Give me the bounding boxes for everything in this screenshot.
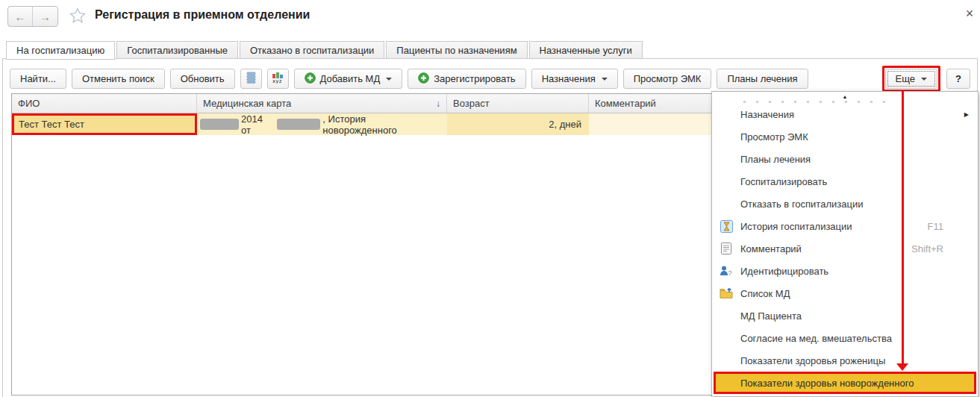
menu-item-otkazat-v-gospitalizacii[interactable]: Отказать в госпитализации — [712, 193, 978, 215]
menu-item-pokazateli-novorozhdennogo[interactable]: Показатели здоровья новорожденного — [714, 372, 976, 394]
tab-gospitalizirovannye[interactable]: Госпитализированные — [116, 41, 238, 59]
menu-item-pokazateli-rozhenicy[interactable]: Показатели здоровья роженицы — [712, 349, 978, 372]
page-title: Регистрация в приемном отделении — [95, 8, 310, 22]
back-arrow-icon: ← — [15, 10, 26, 23]
annotation-box-more: Еще — [882, 66, 940, 92]
treatment-plans-button[interactable]: Планы лечения — [717, 69, 808, 89]
card-text: , История новорожденного — [322, 113, 443, 136]
chevron-down-icon — [921, 78, 927, 81]
add-md-button[interactable]: Добавить МД — [294, 69, 403, 89]
menu-item-prosmotr-emk[interactable]: Просмотр ЭМК — [712, 125, 978, 148]
list-settings-button[interactable] — [240, 69, 262, 89]
forward-arrow-icon: → — [40, 10, 51, 23]
treatment-plans-label: Планы лечения — [727, 73, 797, 84]
menu-item-label: Идентифицировать — [740, 266, 828, 277]
view-emk-button[interactable]: Просмотр ЭМК — [623, 69, 712, 89]
identify-person-icon: ? — [720, 264, 733, 278]
favorite-star-icon[interactable] — [69, 7, 87, 27]
shortcut-label: Shift+R — [911, 243, 943, 254]
register-label: Зарегистрировать — [434, 73, 515, 84]
view-emk-label: Просмотр ЭМК — [634, 73, 702, 84]
plus-circle-icon — [418, 72, 429, 86]
menu-item-label: Назначения — [740, 109, 794, 120]
chevron-down-icon — [602, 78, 608, 81]
register-button[interactable]: Зарегистрировать — [408, 69, 525, 89]
hourglass-history-icon — [720, 219, 733, 233]
svg-text:xyz: xyz — [272, 78, 282, 84]
menu-item-identificirovat[interactable]: ? Идентифицировать — [712, 260, 978, 282]
menu-item-label: Планы лечения — [740, 154, 811, 165]
refresh-button[interactable]: Обновить — [170, 69, 235, 89]
menu-item-spisok-md[interactable]: Список МД — [712, 282, 978, 304]
scroll-up-icon: ▲ — [843, 94, 848, 99]
list-rows-icon — [246, 72, 257, 86]
more-label: Еще — [896, 73, 915, 84]
svg-text:?: ? — [728, 269, 732, 277]
tab-pacienty-po-naznacheniyam[interactable]: Пациенты по назначениям — [386, 41, 527, 59]
menu-item-naznacheniya[interactable]: Назначения ▶ — [712, 103, 978, 125]
submenu-arrow-icon: ▶ — [964, 111, 969, 118]
xyz-bars-icon: xyz — [272, 72, 284, 86]
menu-item-label: МД Пациента — [740, 310, 802, 322]
menu-item-istoriya-gospitalizacii[interactable]: История госпитализации F11 — [712, 215, 978, 237]
folder-export-icon — [720, 287, 733, 300]
find-button[interactable]: Найти... — [10, 69, 66, 89]
chevron-down-icon — [386, 78, 392, 81]
plus-circle-icon — [305, 72, 316, 86]
help-label: ? — [955, 73, 961, 84]
annotation-arrow-line — [902, 90, 904, 363]
menu-item-label: Согласие на мед. вмешательства — [740, 333, 892, 344]
menu-item-label: Комментарий — [740, 243, 802, 254]
annotation-arrow-head — [896, 363, 908, 371]
column-header-age[interactable]: Возраст — [447, 94, 589, 113]
close-button[interactable]: × — [961, 4, 979, 22]
menu-item-kommentarij[interactable]: Комментарий Shift+R — [712, 237, 978, 260]
add-md-label: Добавить МД — [320, 73, 381, 84]
cell-medical-card[interactable]: 2014 от , История новорожденного — [197, 113, 447, 135]
menu-item-label: Просмотр ЭМК — [740, 131, 808, 143]
more-dropdown-menu: ▲ Назначения ▶ Просмотр ЭМК Планы лечени… — [711, 91, 979, 397]
abc-sort-button[interactable]: xyz — [267, 69, 289, 89]
menu-item-gospitalizirovat[interactable]: Госпитализировать — [712, 170, 978, 193]
cell-age[interactable]: 2, дней — [447, 113, 589, 135]
tab-naznachennye-uslugi[interactable]: Назначенные услуги — [529, 41, 643, 59]
nav-history-group: ← → — [7, 6, 58, 27]
appointments-button[interactable]: Назначения — [531, 69, 618, 89]
window-header: ← → Регистрация в приемном отделении × — [0, 0, 980, 37]
column-header-fio[interactable]: ФИО — [12, 94, 197, 113]
help-button[interactable]: ? — [946, 69, 970, 89]
close-icon: × — [966, 6, 974, 22]
tab-otkazano-v-gospitalizacii[interactable]: Отказано в госпитализации — [240, 41, 384, 59]
column-header-card[interactable]: Медицинская карта ↓ — [197, 94, 447, 113]
comment-document-icon — [720, 242, 733, 255]
menu-item-label: Отказать в госпитализации — [740, 198, 863, 210]
cancel-search-label: Отменить поиск — [82, 73, 155, 84]
sort-desc-icon: ↓ — [436, 99, 440, 109]
cancel-search-button[interactable]: Отменить поиск — [72, 69, 165, 89]
menu-item-label: Список МД — [740, 288, 790, 299]
menu-item-label: История госпитализации — [740, 221, 852, 232]
menu-item-label: Показатели здоровья роженицы — [740, 355, 885, 366]
redacted-text-block — [200, 119, 239, 130]
column-card-label: Медицинская карта — [203, 98, 291, 109]
tab-bar: На госпитализацию Госпитализированные От… — [6, 41, 644, 60]
menu-item-soglasie-na-med-vmeshatelstva[interactable]: Согласие на мед. вмешательства — [712, 327, 978, 349]
forward-button[interactable]: → — [33, 7, 57, 26]
menu-scroll-up[interactable]: ▲ — [712, 92, 978, 101]
tab-na-gospitalizaciyu[interactable]: На госпитализацию — [6, 41, 115, 60]
menu-item-plany-lecheniya[interactable]: Планы лечения — [712, 148, 978, 170]
menu-item-md-pacienta[interactable]: МД Пациента — [712, 304, 978, 327]
card-text: 2014 от — [241, 113, 275, 136]
back-button[interactable]: ← — [8, 7, 33, 26]
menu-item-label: Показатели здоровья новорожденного — [740, 378, 914, 389]
find-button-label: Найти... — [20, 73, 56, 84]
more-button[interactable]: Еще — [885, 69, 937, 89]
toolbar-right-group: Еще ? — [882, 66, 970, 92]
toolbar: Найти... Отменить поиск Обновить xyz Доб… — [10, 66, 970, 92]
refresh-label: Обновить — [181, 73, 225, 84]
appointments-label: Назначения — [542, 73, 596, 84]
redacted-text-block — [277, 119, 320, 130]
menu-item-label: Госпитализировать — [740, 176, 827, 187]
shortcut-label: F11 — [928, 221, 943, 232]
cell-fio-selected[interactable]: Тест Тест Тест — [12, 113, 197, 135]
